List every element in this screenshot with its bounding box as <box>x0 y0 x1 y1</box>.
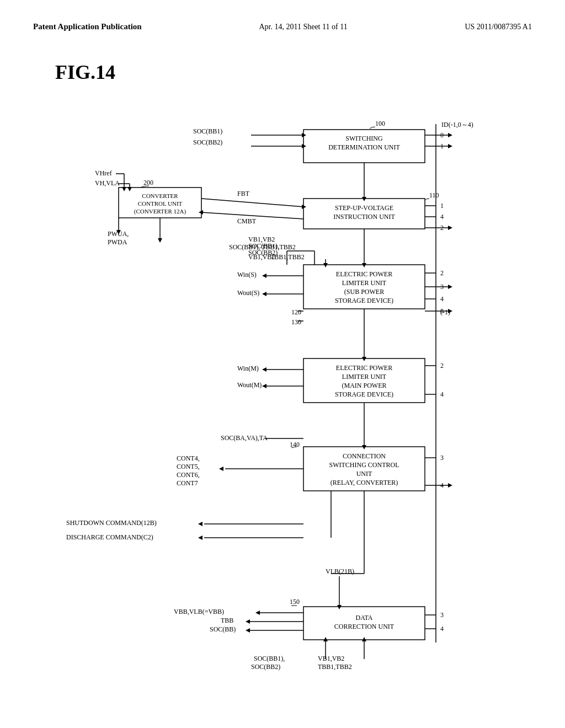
svg-text:CONT4,: CONT4, <box>177 454 200 462</box>
svg-text:CONT6,: CONT6, <box>177 471 200 479</box>
svg-text:PWDA: PWDA <box>108 238 127 246</box>
svg-marker-137 <box>198 536 202 540</box>
svg-text:CONTROL UNIT: CONTROL UNIT <box>138 200 183 207</box>
svg-line-91 <box>201 199 303 207</box>
svg-text:SOC(BA,VA),TA: SOC(BA,VA),TA <box>221 434 268 442</box>
svg-text:120: 120 <box>291 308 301 316</box>
svg-text:SOC(BB2): SOC(BB2) <box>251 663 280 671</box>
svg-marker-46 <box>448 226 452 230</box>
svg-text:2: 2 <box>440 362 444 370</box>
svg-marker-33 <box>448 133 452 137</box>
svg-text:Wout(M): Wout(M) <box>237 381 262 389</box>
svg-text:ELECTRIC POWER: ELECTRIC POWER <box>336 364 392 372</box>
svg-marker-71 <box>448 483 452 488</box>
svg-text:SOC(BB1), TBB1,TBB2: SOC(BB1), TBB1,TBB2 <box>229 243 296 251</box>
svg-text:TBB1,TBB2: TBB1,TBB2 <box>270 253 305 261</box>
svg-text:STEP-UP-VOLTAGE: STEP-UP-VOLTAGE <box>335 204 393 212</box>
svg-marker-150 <box>246 628 250 633</box>
header-center: Apr. 14, 2011 Sheet 11 of 11 <box>259 23 347 31</box>
svg-text:2: 2 <box>440 269 444 277</box>
svg-marker-144 <box>255 611 260 615</box>
svg-text:130: 130 <box>291 318 301 326</box>
svg-text:INSTRUCTION UNIT: INSTRUCTION UNIT <box>333 213 395 221</box>
svg-text:1: 1 <box>440 202 444 210</box>
svg-text:Win(M): Win(M) <box>237 365 259 372</box>
svg-marker-52 <box>448 285 452 289</box>
svg-text:150: 150 <box>290 598 300 606</box>
svg-text:(-1): (-1) <box>440 308 450 316</box>
svg-marker-111 <box>262 274 266 278</box>
svg-text:VBB,VLB(=VBB): VBB,VLB(=VBB) <box>174 608 224 615</box>
svg-text:SOC(BB): SOC(BB) <box>210 625 236 633</box>
svg-text:SHUTDOWN COMMAND(12B): SHUTDOWN COMMAND(12B) <box>66 519 157 527</box>
svg-text:VB1,VB2: VB1,VB2 <box>318 655 344 662</box>
svg-text:CONT5,: CONT5, <box>177 463 200 470</box>
header-left: Patent Application Publication <box>33 22 142 31</box>
svg-text:VB1,VB2: VB1,VB2 <box>248 235 275 243</box>
svg-text:STORAGE DEVICE): STORAGE DEVICE) <box>335 297 393 304</box>
svg-text:UNIT: UNIT <box>356 470 372 478</box>
svg-text:CONNECTION: CONNECTION <box>343 452 386 460</box>
svg-text:DATA: DATA <box>355 614 372 622</box>
svg-text:Win(S): Win(S) <box>237 271 257 279</box>
svg-marker-117 <box>262 367 266 372</box>
svg-marker-133 <box>198 522 202 526</box>
svg-text:TBB1,TBB2: TBB1,TBB2 <box>318 663 352 671</box>
diagram-svg: SWITCHING DETERMINATION UNIT STEP-UP-VOL… <box>33 44 563 717</box>
svg-marker-114 <box>262 292 266 296</box>
svg-text:SWITCHING: SWITCHING <box>345 135 383 142</box>
svg-text:(CONVERTER 12A): (CONVERTER 12A) <box>134 208 186 215</box>
page-header: Patent Application Publication Apr. 14, … <box>33 22 532 31</box>
svg-text:4: 4 <box>440 213 444 221</box>
svg-text:FBT: FBT <box>237 190 250 197</box>
svg-text:100: 100 <box>375 120 385 127</box>
svg-text:CONT7: CONT7 <box>177 479 198 487</box>
svg-text:(SUB POWER: (SUB POWER <box>344 288 384 296</box>
svg-marker-129 <box>219 467 223 471</box>
svg-text:SOC(BB1),: SOC(BB1), <box>254 655 285 662</box>
svg-text:DETERMINATION UNIT: DETERMINATION UNIT <box>328 143 400 151</box>
svg-marker-37 <box>448 144 452 148</box>
svg-text:LIMITER UNIT: LIMITER UNIT <box>342 279 387 287</box>
svg-text:4: 4 <box>440 295 444 303</box>
svg-text:(RELAY, CONVERTER): (RELAY, CONVERTER) <box>331 479 398 486</box>
svg-text:3: 3 <box>440 611 444 619</box>
svg-text:VLB(21B): VLB(21B) <box>326 568 354 575</box>
svg-text:TBB: TBB <box>221 617 233 624</box>
svg-text:SWITCHING CONTROL: SWITCHING CONTROL <box>329 461 399 469</box>
svg-text:ID(-1,0～4): ID(-1,0～4) <box>441 121 473 129</box>
svg-text:ELECTRIC POWER: ELECTRIC POWER <box>336 270 392 278</box>
svg-text:110: 110 <box>429 191 439 199</box>
svg-text:STORAGE DEVICE): STORAGE DEVICE) <box>335 390 393 398</box>
svg-marker-147 <box>246 619 250 624</box>
svg-text:(MAIN POWER: (MAIN POWER <box>342 382 387 389</box>
svg-text:SOC(BB2): SOC(BB2) <box>193 138 222 146</box>
svg-marker-170 <box>158 238 162 243</box>
svg-text:LIMITER UNIT: LIMITER UNIT <box>342 373 387 381</box>
svg-text:200: 200 <box>143 179 153 186</box>
svg-text:4: 4 <box>440 390 444 398</box>
header-right: US 2011/0087395 A1 <box>465 23 532 31</box>
svg-text:CMBT: CMBT <box>237 217 257 225</box>
svg-text:CORRECTION UNIT: CORRECTION UNIT <box>334 623 395 630</box>
svg-text:4: 4 <box>440 625 444 633</box>
svg-text:Wout(S): Wout(S) <box>237 289 259 297</box>
svg-marker-120 <box>262 384 266 388</box>
svg-text:VH,VLA: VH,VLA <box>95 179 120 187</box>
svg-text:SOC(BB1): SOC(BB1) <box>193 127 222 135</box>
svg-text:CONVERTER: CONVERTER <box>142 192 178 199</box>
svg-text:VHref: VHref <box>95 169 112 177</box>
svg-text:DISCHARGE COMMAND(C2): DISCHARGE COMMAND(C2) <box>66 533 153 541</box>
svg-text:3: 3 <box>440 454 444 462</box>
